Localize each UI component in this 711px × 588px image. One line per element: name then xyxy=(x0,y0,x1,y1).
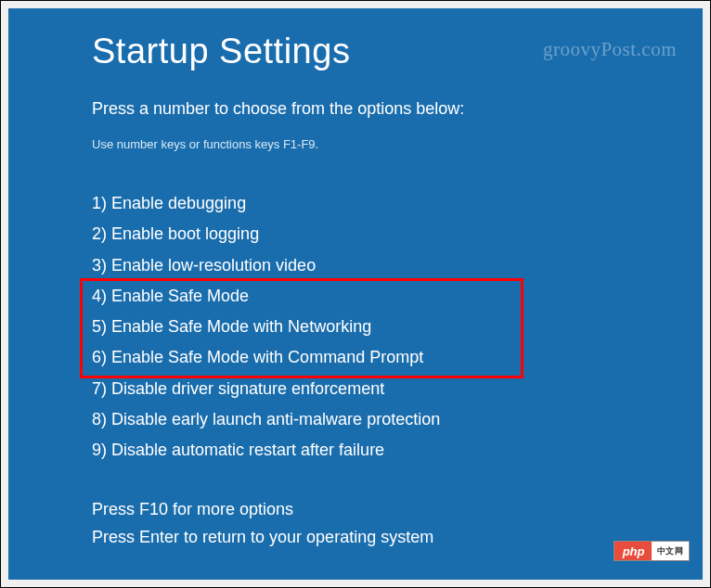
php-badge: php 中文网 xyxy=(614,541,690,561)
option-disable-auto-restart[interactable]: 9) Disable automatic restart after failu… xyxy=(92,435,619,466)
option-disable-driver-signature[interactable]: 7) Disable driver signature enforcement xyxy=(92,374,619,404)
footer-instructions: Press F10 for more options Press Enter t… xyxy=(92,495,433,552)
option-enable-safe-mode[interactable]: 4) Enable Safe Mode xyxy=(92,281,619,312)
startup-settings-screen: groovyPost.com Startup Settings Press a … xyxy=(8,8,703,580)
option-enable-low-resolution-video[interactable]: 3) Enable low-resolution video xyxy=(92,250,619,281)
key-hint: Use number keys or functions keys F1-F9. xyxy=(92,137,619,151)
footer-return: Press Enter to return to your operating … xyxy=(92,523,433,552)
option-enable-safe-mode-command-prompt[interactable]: 6) Enable Safe Mode with Command Prompt xyxy=(92,342,619,373)
startup-options-list: 1) Enable debugging 2) Enable boot loggi… xyxy=(92,188,619,467)
page-title: Startup Settings xyxy=(92,32,619,71)
option-disable-anti-malware[interactable]: 8) Disable early launch anti-malware pro… xyxy=(92,404,619,435)
watermark-text: groovyPost.com xyxy=(543,38,677,61)
instruction-subtitle: Press a number to choose from the option… xyxy=(92,99,619,119)
option-enable-boot-logging[interactable]: 2) Enable boot logging xyxy=(92,219,619,249)
php-badge-text: 中文网 xyxy=(652,542,690,560)
php-badge-logo: php xyxy=(614,542,652,560)
footer-more-options: Press F10 for more options xyxy=(92,495,433,524)
option-enable-safe-mode-networking[interactable]: 5) Enable Safe Mode with Networking xyxy=(92,312,619,342)
screenshot-frame: groovyPost.com Startup Settings Press a … xyxy=(0,0,711,588)
option-enable-debugging[interactable]: 1) Enable debugging xyxy=(92,188,619,219)
